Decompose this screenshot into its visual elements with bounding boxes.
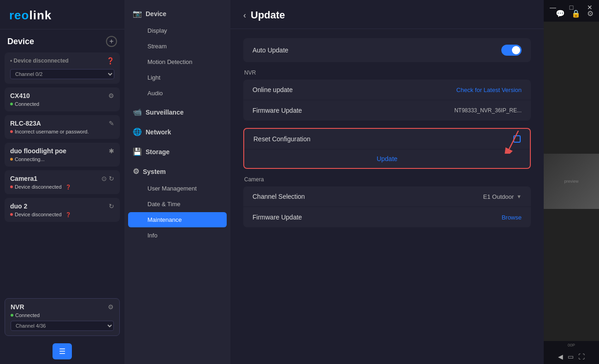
app-logo: reolink <box>9 8 115 23</box>
nvr-status: Connected <box>11 312 114 318</box>
status-indicator <box>10 103 13 105</box>
page-header: ‹ Update <box>230 0 544 29</box>
nav-section-header-system[interactable]: ⚙ System <box>124 162 230 180</box>
nav-item-display[interactable]: Display <box>128 23 227 38</box>
back-button[interactable]: ‹ <box>243 11 246 20</box>
device-name: duo floodlight poe <box>10 147 66 155</box>
camera-preview: preview <box>544 22 599 341</box>
edit-icon: ✎ <box>109 120 114 127</box>
left-sidebar: reolink Device + • Device disconnected ❓… <box>0 0 124 364</box>
camera-block: Channel Selection E1 Outdoor ▼ Firmware … <box>243 186 531 227</box>
nav-section-header-device[interactable]: 📷 Device <box>124 5 230 23</box>
channel-selection-dropdown[interactable]: E1 Outdoor ▼ <box>483 193 522 200</box>
nav-section-storage: 💾 Storage <box>124 143 230 161</box>
nvr-status-label: Connected <box>15 312 40 318</box>
mid-nav: 📷 Device Display Stream Motion Detection… <box>124 0 230 364</box>
storage-icon: 💾 <box>133 147 142 156</box>
nav-item-light[interactable]: Light <box>128 70 227 85</box>
camera-section-label: Camera <box>243 176 531 183</box>
reset-config-row: Reset Configuration <box>244 129 530 149</box>
device-name: Camera1 <box>10 175 37 182</box>
online-update-label: Online update <box>253 86 293 93</box>
channel-selection-label: Channel Selection <box>253 193 305 200</box>
nav-section-header-surveillance[interactable]: 📹 Surveillance <box>124 103 230 121</box>
nav-item-stream[interactable]: Stream <box>128 39 227 54</box>
nav-section-surveillance: 📹 Surveillance <box>124 103 230 121</box>
check-latest-version-link[interactable]: Check for Latest Version <box>456 87 522 93</box>
firmware-value: NT98333_NVR_36IP_RE... <box>454 107 522 114</box>
minimize-button[interactable]: — <box>544 0 562 15</box>
device-card[interactable]: duo 2 ↻ Device disconnected ❓ <box>5 198 120 222</box>
device-card[interactable]: RLC-823A ✎ Incorrect username or passwor… <box>5 115 120 139</box>
auto-update-toggle[interactable] <box>501 45 522 56</box>
device-status: Connected <box>10 101 114 107</box>
nvr-name: NVR <box>11 303 24 311</box>
nav-item-date-time[interactable]: Date & Time <box>128 196 227 212</box>
content-area: Auto Update NVR Online update Check for … <box>230 29 544 364</box>
right-panel-bottom-icons: ◀ ▭ ⛶ <box>554 349 588 364</box>
update-row: Update <box>244 149 530 168</box>
add-device-button[interactable]: + <box>106 36 117 47</box>
device-name: • Device disconnected <box>10 58 69 64</box>
device-list: • Device disconnected ❓ Channel 0/2 CX41… <box>0 51 124 298</box>
channel-selection-row: Channel Selection E1 Outdoor ▼ <box>243 186 531 207</box>
nvr-settings-icon: ⚙ <box>108 303 114 311</box>
device-name: duo 2 <box>10 202 27 210</box>
sync-icon: ↻ <box>109 202 114 210</box>
device-name: CX410 <box>10 92 30 99</box>
nav-item-maintenance[interactable]: Maintenance <box>128 212 227 227</box>
update-button[interactable]: Update <box>376 155 397 162</box>
camera-icon: 📷 <box>133 9 142 18</box>
channel-selection-value: E1 Outdoor <box>483 193 514 200</box>
reset-config-checkbox[interactable] <box>513 135 521 143</box>
device-header: Device + <box>0 29 124 51</box>
nvr-device-card[interactable]: NVR ⚙ Connected Channel 4/36 <box>5 298 120 336</box>
firmware-update-row: Firmware Update NT98333_NVR_36IP_RE... <box>243 100 531 121</box>
device-card[interactable]: • Device disconnected ❓ Channel 0/2 <box>5 52 120 84</box>
nav-section-device: 📷 Device Display Stream Motion Detection… <box>124 5 230 101</box>
page-title: Update <box>251 9 285 21</box>
menu-button[interactable]: ☰ <box>53 343 72 359</box>
nav-section-network: 🌐 Network <box>124 123 230 141</box>
network-icon: 🌐 <box>133 127 142 136</box>
device-status: Incorrect username or password. <box>10 129 114 134</box>
channel-select[interactable]: Channel 0/2 <box>10 69 114 79</box>
status-indicator <box>10 130 13 133</box>
auto-update-row: Auto Update <box>243 38 531 62</box>
eye-icon: ⊙ ↻ <box>101 175 114 182</box>
close-button[interactable]: ✕ <box>581 0 599 15</box>
status-indicator <box>10 185 13 188</box>
right-panel: 💬 🔒 ⚙ preview 00P ◀ ▭ ⛶ <box>544 0 599 364</box>
logo-area: reolink <box>0 0 124 29</box>
nav-item-info[interactable]: Info <box>128 228 227 243</box>
device-card[interactable]: Camera1 ⊙ ↻ Device disconnected ❓ <box>5 170 120 194</box>
camera-firmware-label: Firmware Update <box>253 214 302 221</box>
nav-item-user-management[interactable]: User Management <box>128 181 227 196</box>
nav-item-audio[interactable]: Audio <box>128 86 227 101</box>
device-status: Connecting... <box>10 156 114 162</box>
browse-button[interactable]: Browse <box>502 214 522 221</box>
nvr-status-indicator <box>11 314 13 317</box>
online-update-row: Online update Check for Latest Version <box>243 80 531 100</box>
firmware-update-label: Firmware Update <box>253 107 302 114</box>
device-name: RLC-823A <box>10 120 41 127</box>
nvr-channel-select[interactable]: Channel 4/36 <box>11 321 114 331</box>
chevron-down-icon: ▼ <box>517 194 522 199</box>
expand-icon[interactable]: ⛶ <box>578 353 585 360</box>
nvr-block: Online update Check for Latest Version F… <box>243 80 531 121</box>
settings-icon: ✱ <box>109 147 114 155</box>
camera-firmware-row: Firmware Update Browse <box>243 207 531 227</box>
device-status: Device disconnected ❓ <box>10 184 114 190</box>
maximize-button[interactable]: □ <box>562 0 581 15</box>
fullscreen-icon[interactable]: ▭ <box>568 353 574 360</box>
nav-section-header-storage[interactable]: 💾 Storage <box>124 143 230 161</box>
prev-icon[interactable]: ◀ <box>558 353 563 360</box>
status-indicator <box>10 213 13 216</box>
device-card[interactable]: CX410 ⚙ Connected <box>5 87 120 111</box>
device-card[interactable]: duo floodlight poe ✱ Connecting... <box>5 143 120 167</box>
status-indicator <box>10 158 13 161</box>
nav-item-motion-detection[interactable]: Motion Detection <box>128 54 227 69</box>
nav-section-header-network[interactable]: 🌐 Network <box>124 123 230 141</box>
device-section-title: Device <box>7 37 34 46</box>
surveillance-icon: 📹 <box>133 108 142 116</box>
